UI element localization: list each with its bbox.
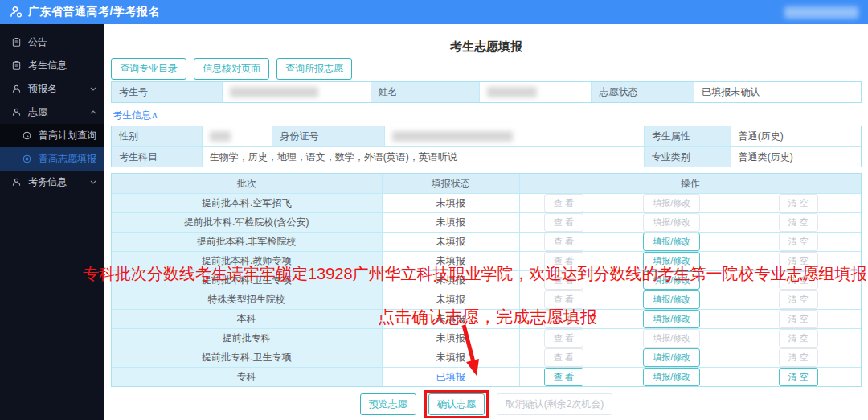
sidebar-item-exam-affairs[interactable]: 考务信息 — [0, 171, 104, 194]
confirm-volunteer-button[interactable]: 确认志愿 — [428, 393, 485, 415]
header-status: 填报状态 — [382, 174, 519, 193]
header-operation: 操作 — [519, 174, 861, 193]
batch-name: 提前批本科.空军招飞 — [112, 194, 382, 212]
preview-volunteer-button[interactable]: 预览志愿 — [360, 393, 416, 415]
redacted-value — [230, 87, 318, 97]
candidate-info-collapse-link[interactable]: 考生信息∧ — [113, 109, 158, 122]
fill-status: 未填报 — [382, 194, 519, 212]
redacted-value — [392, 131, 513, 142]
footer-actions: 预览志愿 确认志愿 取消确认(剩余2次机会) — [111, 391, 862, 417]
fill-status: 未填报 — [382, 213, 519, 232]
redacted-value — [487, 87, 537, 97]
table-row: 提前批本科.空军招飞 未填报 查 看 填报/修改 清 空 — [112, 193, 861, 212]
batch-name: 提前批本科.非军检院校 — [112, 233, 382, 251]
batch-name: 专科 — [112, 368, 382, 386]
table-header-row: 批次 填报状态 操作 — [112, 174, 861, 193]
fill-modify-button[interactable]: 填报/修改 — [643, 233, 700, 251]
query-submitted-volunteer-button[interactable]: 查询所报志愿 — [276, 58, 352, 80]
app-title: 广东省普通高考/学考报名 — [28, 5, 160, 19]
batch-name: 特殊类型招生院校 — [112, 290, 382, 309]
table-row: 提前批专科 未填报 查 看 填报/修改 清 空 — [112, 328, 861, 348]
annotation-text-confirm-hint: 点击确认志愿，完成志愿填报 — [378, 306, 597, 328]
user-icon — [11, 107, 22, 117]
sidebar-item-plan-query[interactable]: 普高计划查询 — [0, 124, 104, 147]
fill-modify-button[interactable]: 填报/修改 — [643, 348, 700, 367]
name-label: 姓名 — [371, 82, 479, 102]
fill-modify-button: 填报/修改 — [643, 329, 700, 348]
clear-button: 清 空 — [779, 329, 818, 348]
gender-value — [202, 126, 272, 146]
chevron-down-icon — [90, 87, 96, 91]
chevron-down-icon — [90, 180, 96, 184]
candidate-summary-row: 考生号 姓名 志愿状态 已填报未确认 — [111, 81, 862, 103]
sidebar-item-label: 公告 — [28, 35, 47, 49]
user-icon — [11, 177, 22, 187]
sidebar-item-label: 普高志愿填报 — [39, 152, 96, 166]
sidebar-item-announcements[interactable]: 公告 — [0, 31, 104, 54]
table-row: 提前批本科.军检院校(含公安) 未填报 查 看 填报/修改 清 空 — [112, 212, 861, 232]
candidate-info-grid: 性别 身份证号 考生属性 普通(历史) 考生科目 生物学，历史，地理，语文，数学… — [111, 126, 862, 167]
redacted-value — [210, 131, 231, 142]
sidebar-item-label: 考务信息 — [28, 175, 67, 189]
clear-button: 清 空 — [779, 348, 818, 367]
fill-modify-button[interactable]: 填报/修改 — [643, 368, 700, 386]
batch-name: 提前批本科.军检院校(含公安) — [112, 213, 382, 232]
view-button[interactable]: 查 看 — [544, 368, 583, 386]
table-row: 专科 已填报 查 看 填报/修改 清 空 — [112, 367, 861, 386]
clock-icon — [22, 130, 32, 141]
batch-name: 提前批专科.卫生专项 — [112, 348, 382, 367]
major-category-value: 普通类(历史) — [731, 147, 861, 167]
volunteer-status-label: 志愿状态 — [591, 82, 694, 102]
name-value — [479, 82, 592, 102]
fill-status: 未填报 — [382, 348, 519, 367]
sidebar: 公告 考生信息 预报名 — [0, 24, 104, 420]
header-batch: 批次 — [112, 174, 382, 193]
gender-label: 性别 — [112, 126, 202, 146]
info-check-page-button[interactable]: 信息核对页面 — [194, 58, 269, 80]
volunteer-status-value: 已填报未确认 — [694, 82, 861, 102]
query-major-catalog-button[interactable]: 查询专业目录 — [111, 58, 186, 80]
clear-button: 清 空 — [779, 233, 818, 251]
exam-no-value — [222, 82, 371, 102]
toolbar: 查询专业目录 信息核对页面 查询所报志愿 — [111, 58, 862, 80]
fill-modify-button: 填报/修改 — [643, 213, 700, 232]
fill-modify-button[interactable]: 填报/修改 — [643, 290, 700, 309]
app-header: 广东省普通高考/学考报名 — [0, 0, 868, 24]
table-row: 提前批本科.非军检院校 未填报 查 看 填报/修改 清 空 — [112, 232, 861, 251]
fill-modify-button: 填报/修改 — [643, 194, 700, 212]
fill-status: 未填报 — [382, 233, 519, 251]
main-content: 考生志愿填报 查询专业目录 信息核对页面 查询所报志愿 考生号 姓名 志愿状态 … — [104, 24, 868, 420]
clipboard-icon — [11, 60, 22, 71]
chevron-up-icon — [90, 110, 96, 114]
annotation-text-promo: 专科批次分数线考生请牢牢锁定13928广州华立科技职业学院，欢迎达到分数线的考生… — [83, 263, 867, 285]
user-icon — [10, 6, 23, 19]
user-name-redacted[interactable] — [784, 6, 858, 19]
cancel-confirm-button: 取消确认(剩余2次机会) — [497, 393, 613, 415]
view-button: 查 看 — [544, 233, 583, 251]
red-highlight-box: 确认志愿 — [424, 390, 489, 418]
view-button: 查 看 — [544, 348, 583, 367]
subjects-label: 考生科目 — [112, 147, 202, 167]
sidebar-item-volunteer[interactable]: 志愿 — [0, 101, 104, 124]
clear-button: 清 空 — [779, 290, 818, 309]
page-title: 考生志愿填报 — [111, 24, 862, 53]
view-button: 查 看 — [544, 194, 583, 212]
clear-button[interactable]: 清 空 — [779, 368, 818, 386]
sidebar-item-preregistration[interactable]: 预报名 — [0, 77, 104, 101]
candidate-attr-value: 普通(历史) — [731, 126, 861, 146]
fill-modify-button[interactable]: 填报/修改 — [643, 310, 700, 328]
clipboard-icon — [11, 37, 22, 47]
candidate-attr-label: 考生属性 — [644, 126, 731, 146]
table-row: 提前批专科.卫生专项 未填报 查 看 填报/修改 清 空 — [112, 348, 861, 367]
sidebar-item-label: 普高计划查询 — [39, 129, 96, 142]
sidebar-item-volunteer-filling[interactable]: 普高志愿填报 — [0, 147, 104, 171]
sidebar-item-label: 志愿 — [28, 105, 47, 119]
sidebar-item-label: 预报名 — [28, 82, 57, 96]
view-button: 查 看 — [544, 213, 583, 232]
sidebar-submenu-volunteer: 普高计划查询 普高志愿填报 — [0, 124, 104, 171]
sidebar-item-candidate-info[interactable]: 考生信息 — [0, 54, 104, 77]
id-number-value — [384, 126, 643, 146]
fill-status: 未填报 — [382, 329, 519, 348]
clear-button: 清 空 — [779, 194, 818, 212]
exam-no-label: 考生号 — [112, 82, 222, 102]
